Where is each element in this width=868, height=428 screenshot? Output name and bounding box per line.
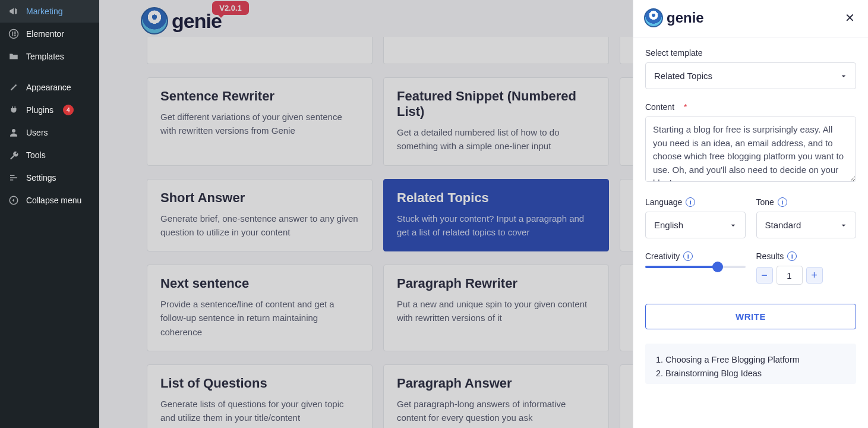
- plugins-update-badge: 4: [63, 105, 74, 115]
- sidebar-label: Collapse menu: [26, 196, 81, 205]
- wrench-icon: [8, 150, 19, 160]
- content-label: Content *: [645, 102, 856, 112]
- sidebar-item-templates[interactable]: Templates: [0, 45, 99, 68]
- content-textarea[interactable]: [645, 117, 856, 182]
- results-label: Results i: [756, 251, 857, 261]
- svg-point-5: [12, 129, 15, 133]
- sidebar-label: Settings: [26, 173, 56, 182]
- template-card[interactable]: Featured Snippet (Numbered List)Get a de…: [383, 77, 609, 166]
- card-description: Generate lists of questions for your giv…: [160, 397, 359, 425]
- card-title: Next sentence: [160, 276, 359, 291]
- tone-select[interactable]: Standard: [756, 212, 857, 238]
- collapse-icon: [8, 195, 19, 206]
- card-title: Featured Snippet (Numbered List): [397, 89, 595, 119]
- results-increment-button[interactable]: +: [806, 267, 823, 284]
- sidebar-item-elementor[interactable]: Elementor: [0, 23, 99, 45]
- template-card[interactable]: Short AnswerGenerate brief, one-sentence…: [147, 179, 373, 252]
- card-title: Paragraph Answer: [397, 376, 595, 391]
- creativity-slider[interactable]: [645, 266, 746, 268]
- write-button[interactable]: WRITE: [645, 304, 856, 329]
- user-icon: [8, 127, 19, 138]
- megaphone-icon: [8, 6, 19, 17]
- output-panel: 1. Choosing a Free Blogging Platform 2. …: [645, 344, 856, 384]
- language-label: Language i: [645, 197, 746, 207]
- sidebar-item-marketing[interactable]: Marketing: [0, 0, 99, 23]
- sliders-icon: [8, 172, 19, 183]
- plug-icon: [8, 105, 19, 115]
- info-icon[interactable]: i: [683, 251, 693, 261]
- sidebar-item-settings[interactable]: Settings: [0, 166, 99, 189]
- sidebar-label: Elementor: [26, 29, 64, 39]
- svg-rect-1: [12, 32, 13, 36]
- svg-rect-4: [14, 35, 16, 36]
- sidebar-item-tools[interactable]: Tools: [0, 144, 99, 166]
- template-card[interactable]: Next sentenceProvide a sentence/line of …: [147, 265, 373, 351]
- template-select[interactable]: Related Topics: [645, 62, 856, 89]
- app-logo: genie V2.0.1: [141, 7, 222, 34]
- admin-sidebar: Marketing Elementor Templates Appearance…: [0, 0, 99, 428]
- card-description: Get a detailed numbered list of how to d…: [397, 125, 595, 153]
- sidebar-label: Templates: [26, 52, 64, 61]
- card-description: Get paragraph-long answers of informativ…: [397, 397, 595, 425]
- close-icon: ✕: [845, 11, 855, 24]
- sidebar-label: Marketing: [26, 7, 62, 16]
- panel-logo: genie: [644, 8, 704, 27]
- brush-icon: [8, 82, 19, 93]
- info-icon[interactable]: i: [686, 197, 695, 207]
- results-count-input[interactable]: [777, 266, 803, 285]
- sidebar-item-collapse[interactable]: Collapse menu: [0, 189, 99, 212]
- genie-mascot-icon: [141, 7, 168, 34]
- close-button[interactable]: ✕: [845, 11, 855, 25]
- brand-name: genie: [667, 10, 704, 26]
- results-decrement-button[interactable]: −: [756, 267, 773, 284]
- output-line: 1. Choosing a Free Blogging Platform: [656, 353, 845, 367]
- panel-header: genie ✕: [633, 0, 868, 37]
- output-line: 2. Brainstorming Blog Ideas: [656, 367, 845, 380]
- card-title: Sentence Rewriter: [160, 89, 359, 104]
- genie-mascot-icon: [644, 8, 663, 27]
- select-template-label: Select template: [645, 48, 856, 58]
- info-icon[interactable]: i: [787, 251, 797, 261]
- template-card[interactable]: Paragraph RewriterPut a new and unique s…: [383, 265, 609, 351]
- card-description: Provide a sentence/line of content and g…: [160, 297, 359, 339]
- sidebar-item-appearance[interactable]: Appearance: [0, 76, 99, 99]
- sidebar-label: Tools: [26, 150, 46, 160]
- card-title: Paragraph Rewriter: [397, 276, 595, 291]
- svg-rect-2: [14, 32, 16, 33]
- sidebar-label: Appearance: [26, 83, 71, 92]
- sidebar-label: Users: [26, 128, 48, 137]
- version-badge: V2.0.1: [212, 1, 249, 15]
- sidebar-item-plugins[interactable]: Plugins 4: [0, 99, 99, 121]
- genie-side-panel: genie ✕ Select template Related Topics C…: [633, 0, 868, 428]
- sidebar-label: Plugins: [26, 105, 53, 115]
- card-title: Related Topics: [397, 190, 595, 206]
- tone-label: Tone i: [756, 197, 857, 207]
- card-title: Short Answer: [160, 190, 359, 206]
- language-select[interactable]: English: [645, 212, 746, 238]
- folder-icon: [8, 51, 19, 62]
- card-description: Stuck with your content? Input a paragra…: [397, 212, 595, 240]
- creativity-label: Creativity i: [645, 251, 746, 261]
- card-description: Generate brief, one-sentence answer to a…: [160, 212, 359, 240]
- card-description: Get different variations of your given s…: [160, 110, 359, 138]
- template-card[interactable]: Paragraph AnswerGet paragraph-long answe…: [383, 364, 609, 428]
- svg-rect-3: [14, 33, 16, 34]
- panel-body[interactable]: Select template Related Topics Content *…: [633, 37, 868, 428]
- template-card[interactable]: List of QuestionsGenerate lists of quest…: [147, 364, 373, 428]
- template-card[interactable]: Related TopicsStuck with your content? I…: [383, 179, 609, 252]
- card-title: List of Questions: [160, 376, 359, 391]
- info-icon[interactable]: i: [778, 197, 787, 207]
- sidebar-item-users[interactable]: Users: [0, 121, 99, 144]
- template-card[interactable]: Sentence RewriterGet different variation…: [147, 77, 373, 166]
- circle-e-icon: [8, 29, 19, 39]
- card-description: Put a new and unique spin to your given …: [397, 297, 595, 325]
